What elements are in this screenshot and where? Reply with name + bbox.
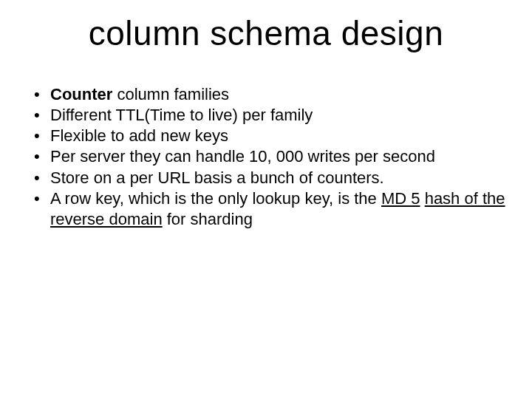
- bullet-item: Different TTL(Time to live) per family: [30, 105, 510, 126]
- slide-title: column schema design: [0, 13, 532, 53]
- bullet-text: Per server they can handle 10, 000 write…: [50, 147, 435, 166]
- slide: column schema design Counter column fami…: [0, 0, 532, 399]
- bullet-text: for sharding: [163, 210, 253, 228]
- bullet-bold: Counter: [50, 85, 112, 103]
- bullet-list: Counter column families Different TTL(Ti…: [30, 84, 510, 230]
- bullet-item: Store on a per URL basis a bunch of coun…: [30, 168, 510, 188]
- bullet-item: A row key, which is the only lookup key,…: [30, 188, 510, 230]
- bullet-text: Store on a per URL basis a bunch of coun…: [50, 168, 384, 187]
- bullet-item: Flexible to add new keys: [30, 126, 510, 146]
- slide-body: Counter column families Different TTL(Ti…: [30, 84, 510, 230]
- bullet-text: Flexible to add new keys: [50, 126, 228, 145]
- bullet-text: A row key, which is the only lookup key,…: [50, 189, 381, 208]
- underline-text: MD 5: [381, 189, 420, 208]
- bullet-text: Different TTL(Time to live) per family: [50, 106, 313, 124]
- bullet-item: Per server they can handle 10, 000 write…: [30, 146, 510, 167]
- bullet-item: Counter column families: [30, 84, 510, 105]
- bullet-text: column families: [112, 85, 229, 103]
